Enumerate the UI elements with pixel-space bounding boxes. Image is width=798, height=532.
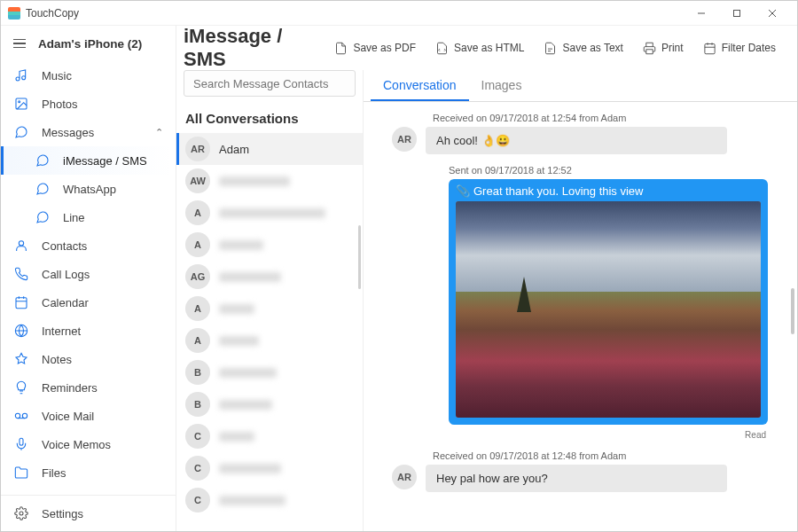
contact-name [219,432,254,442]
svg-point-7 [22,413,27,418]
nav-files[interactable]: Files [1,458,176,487]
calendar-icon [13,294,29,310]
device-name: Adam's iPhone (2) [38,37,142,51]
nav-notes[interactable]: Notes [1,345,176,373]
avatar: A [185,232,210,257]
svg-point-3 [19,241,23,246]
notes-icon [13,351,29,367]
save-text-button[interactable]: Save as Text [536,38,630,59]
nav-calllogs[interactable]: Call Logs [1,260,176,288]
message-received: AR Ah cool! 👌😀 [392,127,779,154]
sidebar: Adam's iPhone (2) Music Photos Messages … [1,26,176,531]
message-received: AR Hey pal how are you? [392,465,779,492]
contact-name [219,400,272,410]
contacts-icon [13,238,29,254]
avatar: AR [392,465,417,489]
nav-reminders[interactable]: Reminders [1,373,176,402]
contact-row[interactable]: A [176,197,363,229]
contact-row[interactable]: C [176,484,363,516]
contact-row[interactable]: A [176,293,363,325]
tab-conversation[interactable]: Conversation [371,70,469,101]
save-html-button[interactable]: Save as HTML [428,38,531,59]
reminders-icon [13,379,29,395]
window-minimize[interactable] [684,3,719,24]
nav-line[interactable]: Line [1,203,176,231]
chat-icon [35,181,51,197]
nav-label: Notes [42,353,72,366]
nav-label: Voice Memos [42,438,111,451]
all-conversations-header: All Conversations [176,106,363,133]
contact-row[interactable]: C [176,452,363,484]
app-title: TouchCopy [26,7,79,20]
scrollbar[interactable] [358,225,361,289]
window-close[interactable] [755,3,790,24]
search-input[interactable] [184,70,356,97]
nav-label: Reminders [42,381,98,395]
nav-calendar[interactable]: Calendar [1,288,176,317]
scrollbar[interactable] [791,288,794,334]
folder-icon [13,465,29,481]
contact-name [219,496,286,505]
contact-row[interactable]: C [176,420,363,452]
contact-row[interactable]: A [176,229,363,261]
messages-icon [13,124,29,140]
message-meta: Received on 09/17/2018 at 12:54 from Ada… [392,113,779,123]
avatar: B [185,392,210,417]
voicemail-icon [13,408,29,424]
svg-rect-0 [734,10,740,16]
contact-row[interactable]: AW [176,165,363,197]
print-button[interactable]: Print [636,38,691,59]
avatar: C [185,488,210,512]
message-photo[interactable] [456,201,761,418]
filter-dates-button[interactable]: Filter Dates [696,38,783,59]
nav-label: Messages [42,126,94,139]
nav-label: iMessage / SMS [63,154,147,168]
nav-settings[interactable]: Settings [1,499,176,528]
tab-images[interactable]: Images [469,70,535,101]
contact-row[interactable]: AR Adam [176,133,363,165]
nav-whatsapp[interactable]: WhatsApp [1,175,176,203]
nav-label: Photos [42,98,77,111]
avatar: A [185,200,210,225]
app-logo [8,7,20,20]
nav-contacts[interactable]: Contacts [1,231,176,260]
svg-point-6 [15,413,20,418]
menu-icon[interactable] [13,39,26,49]
contact-row[interactable]: B [176,356,363,388]
contact-row[interactable]: B [176,388,363,420]
nav-label: Contacts [42,239,87,253]
nav-label: Internet [42,325,81,338]
contact-row[interactable]: AG [176,261,363,293]
titlebar: TouchCopy [1,1,797,26]
nav-imessage[interactable]: iMessage / SMS [1,146,176,175]
message-caption: Great thank you. Loving this view [473,184,644,198]
avatar: A [185,296,210,321]
nav-label: Line [63,211,85,224]
svg-point-2 [19,101,20,103]
avatar: AR [185,137,210,161]
contact-name [219,176,290,186]
message-bubble: Hey pal how are you? [426,465,727,492]
messages-pane: Received on 09/17/2018 at 12:54 from Ada… [364,102,797,531]
nav-voicememos[interactable]: Voice Memos [1,430,176,458]
contact-row[interactable]: A [176,325,363,356]
contact-name: Adam [219,143,249,156]
message-meta: Received on 09/17/2018 at 12:48 from Ada… [392,450,779,461]
contact-name [219,336,259,346]
contact-name [219,464,281,473]
window-maximize[interactable] [719,3,755,24]
contact-name [219,208,325,218]
save-pdf-button[interactable]: Save as PDF [327,38,423,59]
nav-label: Settings [42,507,83,520]
attachment-icon: 📎 [456,184,470,198]
nav-music[interactable]: Music [1,61,176,90]
contact-list: AR Adam AW A A AG A A B B C C C [176,133,363,531]
avatar: C [185,424,210,449]
nav-photos[interactable]: Photos [1,90,176,118]
svg-rect-10 [705,43,715,53]
avatar: A [185,328,210,353]
nav-voicemail[interactable]: Voice Mail [1,402,176,430]
nav-internet[interactable]: Internet [1,317,176,345]
nav-label: Calendar [42,296,89,309]
nav-messages[interactable]: Messages ⌃ [1,118,176,146]
